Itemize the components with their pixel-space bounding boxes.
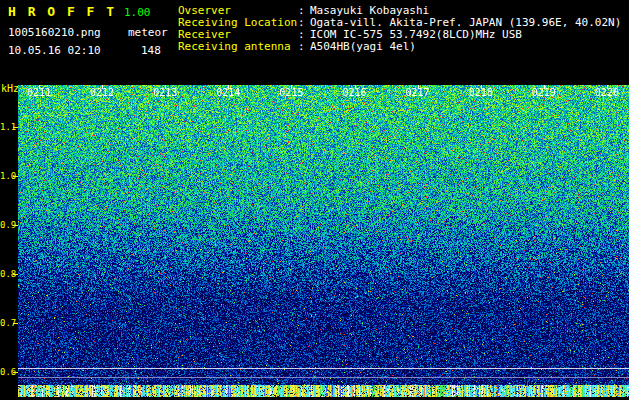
station-info: Ovserver : Masayuki Kobayashi Receiving … bbox=[178, 5, 621, 53]
x-tick-label: 0217 bbox=[406, 87, 430, 98]
x-tick-label: 0219 bbox=[532, 87, 556, 98]
output-filename: 1005160210.png bbox=[8, 26, 101, 39]
x-tick-label: 0214 bbox=[216, 87, 240, 98]
x-tick-label: 0215 bbox=[279, 87, 303, 98]
app-version: 1.00 bbox=[124, 6, 151, 19]
echo-count: 148 bbox=[141, 44, 161, 57]
mode-label: meteor bbox=[128, 26, 168, 39]
y-tick-mark bbox=[13, 176, 18, 177]
spectrogram-canvas bbox=[18, 85, 629, 397]
x-tick-label: 0218 bbox=[469, 87, 493, 98]
x-tick-label: 0220 bbox=[595, 87, 619, 98]
y-axis-unit: kHz bbox=[1, 83, 19, 94]
x-tick-label: 0212 bbox=[90, 87, 114, 98]
y-tick-mark bbox=[13, 225, 18, 226]
y-tick-mark bbox=[13, 372, 18, 373]
hrofft-output: H R O F F T 1.00 1005160210.png meteor 1… bbox=[0, 0, 629, 400]
observation-datetime: 10.05.16 02:10 bbox=[8, 44, 101, 57]
y-tick-mark bbox=[13, 323, 18, 324]
y-tick-mark bbox=[13, 127, 18, 128]
info-row-antenna: Receiving antenna : A504HB(yagi 4el) bbox=[178, 41, 621, 53]
x-tick-label: 0211 bbox=[27, 87, 51, 98]
app-title: H R O F F T bbox=[8, 4, 116, 19]
x-tick-label: 0216 bbox=[342, 87, 366, 98]
info-separator: : bbox=[298, 41, 310, 53]
info-label: Receiving antenna bbox=[178, 41, 298, 53]
y-tick-mark bbox=[13, 274, 18, 275]
x-tick-label: 0213 bbox=[153, 87, 177, 98]
info-value: A504HB(yagi 4el) bbox=[310, 41, 416, 53]
